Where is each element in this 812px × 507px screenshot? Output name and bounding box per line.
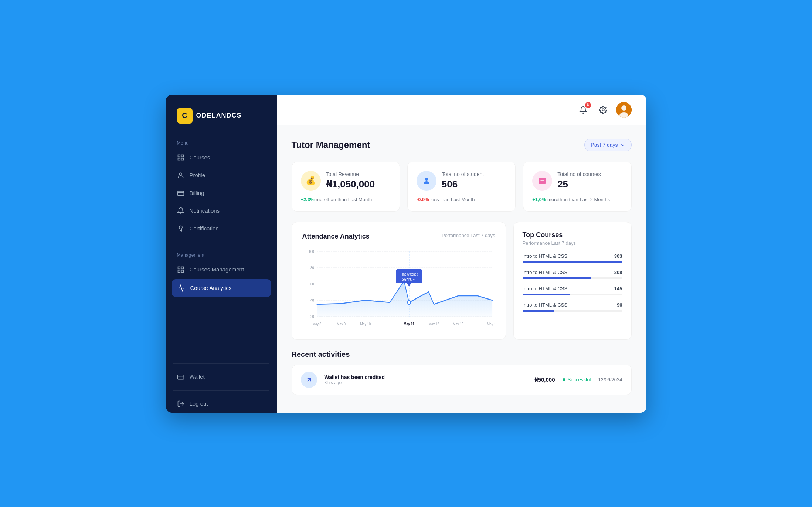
sidebar-item-wallet[interactable]: Wallet bbox=[166, 368, 277, 386]
activity-status-text: Successful bbox=[568, 377, 591, 382]
page-title: Tutor Management bbox=[292, 140, 370, 150]
chart-header: Attendance Analytics Performance Last 7 … bbox=[302, 233, 495, 240]
period-selector-button[interactable]: Past 7 days bbox=[584, 139, 631, 151]
svg-rect-0 bbox=[178, 155, 180, 157]
svg-text:100: 100 bbox=[309, 249, 314, 254]
stat-revenue-value: ₦1,050,000 bbox=[326, 179, 375, 190]
stat-card-students: Total no of student 506 -0.9% less than … bbox=[407, 162, 516, 212]
page-body: Tutor Management Past 7 days 💰 Total Rev… bbox=[277, 125, 646, 413]
avatar-image bbox=[616, 102, 632, 118]
sidebar-item-logout-label: Log out bbox=[190, 400, 208, 407]
management-section-label: Management bbox=[166, 247, 277, 261]
course-item-1-header: Intro to HTML & CSS 303 bbox=[523, 253, 622, 259]
svg-point-17 bbox=[425, 178, 428, 181]
svg-text:May 9: May 9 bbox=[337, 322, 346, 326]
sidebar-item-logout[interactable]: Log out bbox=[166, 395, 277, 413]
svg-point-6 bbox=[179, 226, 182, 229]
course-item-2: Intro to HTML & CSS 208 bbox=[523, 270, 622, 279]
cert-icon bbox=[177, 225, 184, 232]
course-item-3: Intro to HTML & CSS 145 bbox=[523, 286, 622, 295]
svg-rect-8 bbox=[181, 267, 183, 269]
avatar[interactable] bbox=[616, 102, 632, 118]
user-icon bbox=[177, 172, 184, 179]
menu-section-label: Menu bbox=[166, 135, 277, 149]
top-courses-subtitle: Performance Last 7 days bbox=[523, 240, 622, 246]
stat-revenue-change: +2.3% bbox=[301, 197, 315, 202]
logo-icon: C bbox=[177, 108, 193, 124]
stat-card-revenue: 💰 Total Revenue ₦1,050,000 +2.3% moretha… bbox=[292, 162, 400, 212]
stat-revenue-change-text: morethan than Last Month bbox=[316, 197, 372, 202]
svg-text:20: 20 bbox=[310, 314, 314, 319]
svg-rect-10 bbox=[181, 270, 183, 272]
top-courses-card: Top Courses Performance Last 7 days Intr… bbox=[513, 222, 632, 340]
course-item-4-count: 96 bbox=[617, 302, 622, 308]
main-content: 6 Tutor Management Past bbox=[277, 95, 646, 413]
svg-text:Time watched: Time watched bbox=[400, 272, 418, 276]
sidebar-divider-3 bbox=[173, 390, 269, 391]
sidebar-item-courses[interactable]: Courses bbox=[166, 149, 277, 166]
settings-button[interactable] bbox=[596, 103, 610, 117]
svg-rect-1 bbox=[181, 155, 183, 157]
sidebar-item-wallet-label: Wallet bbox=[190, 374, 205, 380]
activity-amount: ₦50,000 bbox=[534, 376, 555, 383]
sidebar-item-profile[interactable]: Profile bbox=[166, 166, 277, 184]
grid-icon-mgmt bbox=[177, 266, 184, 273]
logout-icon bbox=[177, 400, 184, 408]
stat-cards: 💰 Total Revenue ₦1,050,000 +2.3% moretha… bbox=[292, 162, 632, 212]
course-bar-fill-3 bbox=[523, 294, 571, 295]
logo-area: C ODELANDCS bbox=[166, 95, 277, 135]
sidebar-item-profile-label: Profile bbox=[190, 172, 205, 178]
sidebar-bottom: Wallet Log out bbox=[166, 359, 277, 413]
course-item-4: Intro to HTML & CSS 96 bbox=[523, 302, 622, 312]
course-bar-bg-1 bbox=[523, 261, 622, 263]
attendance-chart-card: Attendance Analytics Performance Last 7 … bbox=[292, 222, 506, 340]
course-item-4-name: Intro to HTML & CSS bbox=[523, 302, 568, 308]
sidebar-item-notifications-label: Notifications bbox=[190, 207, 220, 214]
svg-point-13 bbox=[602, 109, 604, 111]
activity-info: Wallet has been credited 3hrs ago bbox=[325, 374, 527, 385]
stat-students-change-text: less than Last Month bbox=[430, 197, 475, 202]
sidebar-item-billing[interactable]: Billing bbox=[166, 184, 277, 202]
notifications-button[interactable]: 6 bbox=[576, 103, 590, 117]
activity-date: 12/06/2024 bbox=[598, 377, 622, 382]
svg-text:May 12: May 12 bbox=[428, 322, 439, 326]
stat-courses-value: 25 bbox=[557, 179, 601, 190]
sidebar-item-course-analytics[interactable]: Course Analytics bbox=[172, 279, 271, 297]
stat-students-change: -0.9% bbox=[417, 197, 429, 202]
sidebar-item-certification[interactable]: Certification bbox=[166, 220, 277, 237]
course-bar-bg-2 bbox=[523, 277, 622, 279]
gear-icon bbox=[599, 106, 607, 114]
sidebar-divider bbox=[173, 242, 269, 242]
sidebar-item-notifications[interactable]: Notifications bbox=[166, 202, 277, 220]
chart-area: 100 80 60 40 20 bbox=[302, 248, 495, 329]
course-item-3-header: Intro to HTML & CSS 145 bbox=[523, 286, 622, 291]
stat-courses-change-text: morethan than Last 2 Months bbox=[547, 197, 610, 202]
page-header-row: Tutor Management Past 7 days bbox=[292, 139, 632, 151]
sidebar-item-certification-label: Certification bbox=[190, 225, 219, 231]
course-item-1-count: 303 bbox=[614, 253, 622, 259]
stat-courses-info: Total no of courses 25 bbox=[557, 171, 601, 190]
stat-card-students-top: Total no of student 506 bbox=[417, 171, 506, 191]
status-dot bbox=[563, 378, 565, 381]
stat-card-revenue-top: 💰 Total Revenue ₦1,050,000 bbox=[301, 171, 391, 191]
period-selector-label: Past 7 days bbox=[591, 142, 618, 148]
svg-point-4 bbox=[179, 173, 182, 175]
course-bar-bg-3 bbox=[523, 294, 622, 295]
sidebar-item-course-analytics-label: Course Analytics bbox=[190, 285, 232, 291]
svg-text:36hrs ···: 36hrs ··· bbox=[402, 277, 415, 281]
course-item-2-count: 208 bbox=[614, 270, 622, 275]
activity-icon bbox=[301, 372, 317, 388]
svg-text:May 10: May 10 bbox=[360, 322, 371, 326]
chevron-down-icon bbox=[620, 142, 625, 148]
course-item-3-count: 145 bbox=[614, 286, 622, 291]
billing-icon bbox=[177, 189, 184, 197]
svg-text:40: 40 bbox=[310, 298, 314, 302]
stat-students-info: Total no of student 506 bbox=[442, 171, 484, 190]
sidebar-item-courses-management[interactable]: Courses Management bbox=[166, 261, 277, 278]
chart-title: Attendance Analytics bbox=[302, 233, 370, 240]
course-item-4-header: Intro to HTML & CSS 96 bbox=[523, 302, 622, 308]
main-nav: Courses Profile Billing Notifications bbox=[166, 149, 277, 237]
stat-students-footer: -0.9% less than Last Month bbox=[417, 197, 506, 202]
course-bar-bg-4 bbox=[523, 310, 622, 312]
stat-courses-footer: +1,0% morethan than Last 2 Months bbox=[532, 197, 622, 202]
